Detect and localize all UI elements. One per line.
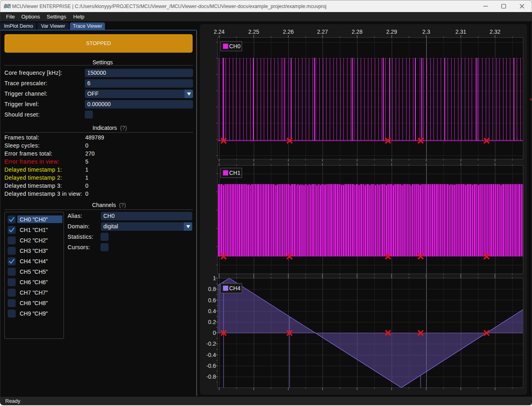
svg-text:-0.6: -0.6 — [206, 363, 216, 369]
svg-text:-0.2: -0.2 — [206, 340, 216, 347]
svg-text:0.2: 0.2 — [208, 319, 216, 325]
svg-text:2.31: 2.31 — [455, 29, 466, 35]
svg-text:2.27: 2.27 — [317, 29, 328, 35]
svg-text:CH0: CH0 — [229, 43, 240, 49]
svg-text:2.29: 2.29 — [386, 29, 397, 35]
svg-text:-0.4: -0.4 — [206, 352, 216, 358]
svg-text:2.26: 2.26 — [283, 29, 294, 35]
svg-text:2.3: 2.3 — [422, 29, 430, 35]
svg-text:2.28: 2.28 — [351, 29, 362, 35]
svg-text:0.8: 0.8 — [208, 286, 216, 292]
svg-text:0.6: 0.6 — [208, 297, 216, 303]
svg-text:-0.8: -0.8 — [206, 373, 216, 380]
svg-text:CH4: CH4 — [229, 285, 240, 291]
svg-text:CH1: CH1 — [229, 170, 240, 176]
svg-text:2.24: 2.24 — [214, 29, 224, 35]
svg-text:2.32: 2.32 — [489, 29, 500, 35]
svg-text:0.4: 0.4 — [208, 308, 216, 314]
svg-text:2.25: 2.25 — [248, 29, 259, 35]
